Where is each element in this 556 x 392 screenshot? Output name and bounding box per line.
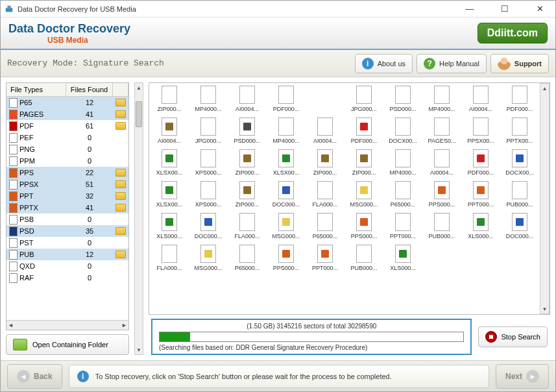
- file-item[interactable]: DOC000...: [501, 213, 538, 239]
- file-item[interactable]: FLA000...: [151, 245, 188, 271]
- file-type-row[interactable]: PST0: [6, 237, 128, 249]
- file-item[interactable]: [306, 86, 344, 112]
- folder-icon[interactable]: [115, 110, 126, 118]
- file-item[interactable]: PDF000...: [462, 149, 500, 176]
- scroll-right-icon[interactable]: ►: [121, 322, 127, 328]
- next-button[interactable]: Next ►: [496, 364, 549, 389]
- file-type-row[interactable]: PEF0: [6, 132, 128, 143]
- file-item[interactable]: PUB000...: [345, 245, 383, 271]
- file-item[interactable]: [501, 245, 538, 271]
- file-item[interactable]: P65000...: [384, 181, 422, 208]
- file-item[interactable]: XLS000...: [384, 245, 422, 271]
- file-item[interactable]: AI0004...: [228, 86, 266, 112]
- file-item[interactable]: FLA000...: [306, 181, 344, 208]
- close-button[interactable]: ✕: [528, 3, 551, 16]
- file-item[interactable]: MP4000...: [267, 117, 305, 144]
- file-item[interactable]: PUB000...: [423, 213, 461, 239]
- file-item[interactable]: ZIP000...: [151, 86, 188, 112]
- file-type-row[interactable]: PSD35: [6, 225, 128, 237]
- file-item[interactable]: XLSX00...: [151, 149, 188, 176]
- folder-icon[interactable]: [115, 169, 126, 177]
- file-item[interactable]: DOCX00...: [384, 117, 422, 144]
- file-item[interactable]: JPG000...: [189, 117, 227, 144]
- folder-icon[interactable]: [115, 204, 126, 212]
- file-type-row[interactable]: RAF0: [6, 272, 128, 284]
- file-item[interactable]: DOC000...: [189, 213, 227, 239]
- file-item[interactable]: PPT000...: [384, 213, 422, 239]
- file-item[interactable]: XLSX00...: [151, 181, 188, 208]
- folder-icon[interactable]: [115, 180, 126, 188]
- file-type-row[interactable]: PNG0: [6, 143, 128, 155]
- file-item[interactable]: XPS000...: [189, 149, 227, 176]
- file-type-row[interactable]: QXD0: [6, 260, 128, 272]
- maximize-button[interactable]: ☐: [493, 3, 516, 16]
- file-item[interactable]: PUB000...: [501, 181, 538, 208]
- back-button[interactable]: ◄ Back: [7, 364, 62, 389]
- file-type-row[interactable]: P6512: [6, 97, 128, 108]
- file-item[interactable]: P65000...: [306, 213, 344, 239]
- file-grid[interactable]: ZIP000...MP4000...AI0004...PDF000...JPG0…: [149, 83, 540, 314]
- file-type-row[interactable]: PPTX41: [6, 202, 128, 214]
- file-item[interactable]: DOC000...: [267, 181, 305, 208]
- file-types-body[interactable]: P6512PAGES41PDF61PEF0PNG0PPM0PPS22PPSX51…: [6, 97, 128, 320]
- support-button[interactable]: Support: [490, 54, 549, 73]
- help-manual-button[interactable]: ? Help Manual: [417, 54, 487, 73]
- file-item[interactable]: ZIP000...: [228, 149, 266, 176]
- file-item[interactable]: MP4000...: [384, 149, 422, 176]
- file-item[interactable]: PDF000...: [345, 117, 383, 144]
- file-item[interactable]: PPT000...: [306, 245, 344, 271]
- horizontal-scrollbar[interactable]: ◄ ►: [6, 320, 128, 330]
- stop-search-button[interactable]: Stop Search: [478, 326, 548, 347]
- vertical-scrollbar-left[interactable]: ▲ ▼: [134, 82, 143, 355]
- file-item[interactable]: MP4000...: [189, 86, 227, 112]
- file-type-row[interactable]: PUB12: [6, 249, 128, 260]
- file-item[interactable]: PPS000...: [267, 245, 305, 271]
- file-item[interactable]: FLA000...: [228, 213, 266, 239]
- file-item[interactable]: XPS000...: [189, 181, 227, 208]
- file-item[interactable]: PSD000...: [384, 86, 422, 112]
- grid-scroll-down-icon[interactable]: ▼: [540, 304, 549, 313]
- header-files-found[interactable]: Files Found: [66, 83, 113, 96]
- file-type-row[interactable]: PPSX51: [6, 178, 128, 190]
- file-type-row[interactable]: PAGES41: [6, 108, 128, 120]
- file-item[interactable]: DOCX00...: [501, 149, 538, 176]
- folder-icon[interactable]: [115, 227, 126, 235]
- scroll-left-icon[interactable]: ◄: [8, 322, 14, 328]
- file-item[interactable]: JPG000...: [345, 86, 383, 112]
- file-item[interactable]: MSG000...: [345, 181, 383, 208]
- file-item[interactable]: AI0004...: [423, 149, 461, 176]
- file-item[interactable]: [423, 245, 461, 271]
- file-item[interactable]: PAGES0...: [423, 117, 461, 144]
- file-type-row[interactable]: PPS22: [6, 167, 128, 178]
- file-item[interactable]: ZIP000...: [306, 149, 344, 176]
- header-file-types[interactable]: File Types: [6, 83, 66, 96]
- file-item[interactable]: P65000...: [228, 245, 266, 271]
- vertical-scrollbar-grid[interactable]: ▲ ▼: [540, 83, 550, 314]
- file-item[interactable]: AI0004...: [462, 86, 500, 112]
- file-item[interactable]: AI0004...: [151, 117, 188, 144]
- file-item[interactable]: PPS000...: [345, 213, 383, 239]
- folder-icon[interactable]: [115, 192, 126, 200]
- minimize-button[interactable]: —: [458, 3, 481, 16]
- folder-icon[interactable]: [115, 99, 126, 106]
- file-item[interactable]: XLSX00...: [267, 149, 305, 176]
- folder-icon[interactable]: [115, 122, 126, 130]
- file-item[interactable]: PDF000...: [267, 86, 305, 112]
- file-item[interactable]: PPTX00...: [501, 117, 538, 144]
- file-item[interactable]: MSG000...: [267, 213, 305, 239]
- file-type-row[interactable]: PSB0: [6, 214, 128, 225]
- file-item[interactable]: PPS000...: [423, 181, 461, 208]
- file-item[interactable]: [462, 245, 500, 271]
- file-type-row[interactable]: PDF61: [6, 120, 128, 132]
- file-item[interactable]: ZIP000...: [345, 149, 383, 176]
- folder-icon[interactable]: [115, 251, 126, 258]
- file-item[interactable]: MP4000...: [423, 86, 461, 112]
- scroll-thumb[interactable]: [136, 101, 142, 127]
- file-item[interactable]: MSG000...: [189, 245, 227, 271]
- scroll-down-icon[interactable]: ▼: [135, 345, 143, 354]
- scroll-up-icon[interactable]: ▲: [135, 83, 143, 92]
- file-item[interactable]: PPT000...: [462, 181, 500, 208]
- file-item[interactable]: PDF000...: [501, 86, 538, 112]
- file-type-row[interactable]: PPT32: [6, 190, 128, 202]
- file-item[interactable]: ZIP000...: [228, 181, 266, 208]
